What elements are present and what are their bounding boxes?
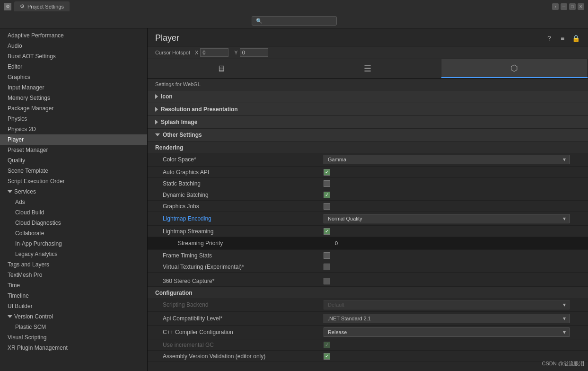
setting-scripting-backend: Scripting Backend Default IL2CPP Mono (148, 298, 588, 312)
cpp-compiler-label: C++ Compiler Configuration (163, 329, 324, 336)
sidebar-item-physics[interactable]: Physics (0, 114, 147, 124)
lightmap-encoding-dropdown[interactable]: Normal Quality High Quality Low Quality (324, 214, 570, 223)
static-batching-checkbox[interactable] (324, 180, 330, 187)
graphics-jobs-value (324, 203, 580, 210)
section-icon-title: Icon (161, 93, 173, 100)
lock-icon[interactable]: 🔒 (571, 34, 580, 43)
section-splash[interactable]: Splash Image (148, 116, 588, 129)
sidebar-item-visual-scripting[interactable]: Visual Scripting (0, 332, 147, 343)
webgl-icon: ⬡ (510, 63, 518, 73)
menu-dots-btn[interactable]: ⋮ (552, 3, 559, 10)
section-resolution[interactable]: Resolution and Presentation (148, 103, 588, 116)
setting-dynamic-batching: Dynamic Batching ✓ (148, 189, 588, 201)
incremental-gc-label: Use incremental GC (163, 342, 324, 348)
sidebar-item-timeline[interactable]: Timeline (0, 291, 147, 301)
webgl-label: Settings for WebGL (148, 79, 588, 90)
sidebar-item-ads[interactable]: Ads (0, 197, 147, 207)
sidebar-item-quality[interactable]: Quality (0, 155, 147, 166)
sidebar-item-player[interactable]: Player (0, 134, 147, 145)
content-pane: Player ? ≡ 🔒 Cursor Hotspot X Y 🖥 (148, 28, 588, 371)
incremental-gc-value: ✓ (324, 342, 580, 348)
sidebar-item-collaborate[interactable]: Collaborate (0, 228, 147, 238)
sidebar-group-services[interactable]: Services (0, 186, 147, 197)
sidebar-item-time[interactable]: Time (0, 280, 147, 291)
settings-for-webgl-text: Settings for WebGL (155, 81, 201, 87)
sidebar-item-cloud-build[interactable]: Cloud Build (0, 207, 147, 218)
auto-graphics-api-checkbox[interactable]: ✓ (324, 169, 330, 176)
setting-frame-timing: Frame Timing Stats (148, 250, 588, 261)
stereo-capture-checkbox[interactable] (324, 278, 330, 284)
help-icon[interactable]: ? (544, 34, 554, 43)
sidebar-group-version-control[interactable]: Version Control (0, 311, 147, 322)
sidebar-item-memory-settings[interactable]: Memory Settings (0, 93, 147, 103)
assembly-version-checkbox[interactable]: ✓ (324, 353, 330, 360)
sidebar-item-textmesh-pro[interactable]: TextMesh Pro (0, 270, 147, 280)
frame-timing-label: Frame Timing Stats (163, 252, 324, 259)
lightmap-streaming-label: Lightmap Streaming (163, 228, 324, 235)
graphics-jobs-checkbox[interactable] (324, 203, 330, 210)
section-splash-arrow (155, 120, 158, 124)
api-compatibility-dropdown[interactable]: .NET Standard 2.1 .NET 4.x (324, 314, 570, 323)
color-space-label: Color Space* (163, 156, 324, 163)
title-tab[interactable]: ⚙ Project Settings (14, 1, 70, 11)
cursor-hotspot-y-input[interactable] (240, 48, 268, 57)
graphics-jobs-label: Graphics Jobs (163, 203, 324, 210)
gear-icon: ⚙ (20, 3, 25, 9)
platform-tabs: 🖥 ☰ ⬡ (148, 59, 588, 79)
sidebar-item-script-execution[interactable]: Script Execution Order (0, 176, 147, 186)
search-input[interactable] (252, 16, 337, 26)
sidebar-item-adaptive[interactable]: Adaptive Performance (0, 30, 147, 41)
sidebar-item-scene-template[interactable]: Scene Template (0, 166, 147, 176)
sidebar-item-legacy-analytics[interactable]: Legacy Analytics (0, 249, 147, 259)
incremental-gc-checkbox[interactable]: ✓ (324, 342, 330, 348)
setting-assembly-version: Assembly Version Validation (editor only… (148, 351, 588, 362)
cursor-hotspot-x: X (195, 48, 228, 57)
monitor-icon: 🖥 (217, 64, 225, 74)
tab-console[interactable]: ☰ (294, 59, 441, 78)
sidebar-item-xr-plugin[interactable]: XR Plugin Management (0, 343, 147, 353)
minimize-btn[interactable]: ─ (561, 3, 567, 10)
app-icon: ⚙ (4, 3, 11, 10)
sidebar-item-preset-manager[interactable]: Preset Manager (0, 145, 147, 155)
sidebar-item-burst-aot[interactable]: Burst AOT Settings (0, 51, 147, 62)
sidebar-item-package-manager[interactable]: Package Manager (0, 103, 147, 114)
dynamic-batching-checkbox[interactable]: ✓ (324, 192, 330, 198)
section-splash-title: Splash Image (161, 119, 197, 125)
lightmap-encoding-label[interactable]: Lightmap Encoding (163, 215, 324, 222)
sidebar-item-input-manager[interactable]: Input Manager (0, 82, 147, 93)
virtual-texturing-checkbox[interactable] (324, 264, 330, 270)
sidebar-item-graphics[interactable]: Graphics (0, 72, 147, 82)
tab-webgl[interactable]: ⬡ (441, 59, 588, 78)
section-other-settings[interactable]: Other Settings (148, 129, 588, 141)
lightmap-streaming-checkbox[interactable]: ✓ (324, 228, 330, 235)
scripting-backend-dropdown[interactable]: Default IL2CPP Mono (324, 300, 570, 309)
frame-timing-checkbox[interactable] (324, 252, 330, 259)
search-bar (0, 13, 588, 28)
setting-incremental-gc: Use incremental GC ✓ (148, 339, 588, 351)
color-space-dropdown[interactable]: Gamma Linear (324, 155, 570, 164)
maximize-btn[interactable]: □ (569, 3, 576, 10)
sidebar-item-tags-layers[interactable]: Tags and Layers (0, 259, 147, 270)
lightmap-streaming-value: ✓ (324, 228, 580, 235)
cursor-hotspot-x-input[interactable] (200, 48, 228, 57)
stereo-capture-label: 360 Stereo Capture* (163, 278, 324, 284)
header-icons: ? ≡ 🔒 (544, 34, 580, 43)
page-title: Player (155, 33, 179, 43)
sidebar-item-audio[interactable]: Audio (0, 41, 147, 51)
sidebar-item-in-app-purchasing[interactable]: In-App Purchasing (0, 238, 147, 249)
sidebar-item-plastic-scm[interactable]: Plastic SCM (0, 322, 147, 332)
color-space-value: Gamma Linear (324, 155, 580, 164)
cpp-compiler-dropdown[interactable]: Release Debug Master (324, 327, 570, 337)
settings-icon[interactable]: ≡ (558, 34, 567, 43)
setting-streaming-priority: Streaming Priority (148, 237, 588, 250)
tab-standalone[interactable]: 🖥 (148, 59, 294, 78)
section-icon[interactable]: Icon (148, 90, 588, 103)
setting-lightmap-streaming: Lightmap Streaming ✓ (148, 226, 588, 237)
sidebar-item-cloud-diagnostics[interactable]: Cloud Diagnostics (0, 218, 147, 228)
streaming-priority-input[interactable] (331, 239, 580, 247)
sidebar-item-physics-2d[interactable]: Physics 2D (0, 124, 147, 134)
close-btn[interactable]: ✕ (578, 3, 584, 10)
sidebar-item-editor[interactable]: Editor (0, 62, 147, 72)
title-bar: ⚙ ⚙ Project Settings ⋮ ─ □ ✕ (0, 0, 588, 13)
sidebar-item-ui-builder[interactable]: UI Builder (0, 301, 147, 311)
